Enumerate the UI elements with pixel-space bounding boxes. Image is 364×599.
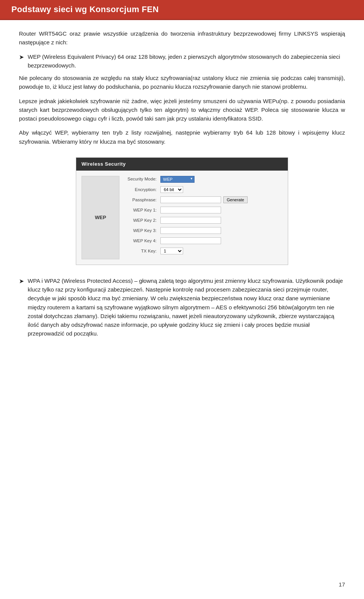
wep-key2-row: WEP Key 2:	[126, 217, 282, 224]
wep-key4-row: WEP Key 4:	[126, 237, 282, 244]
router-ui-left-panel: WEP	[82, 176, 119, 259]
page-header: Podstawy sieci wg Konsorcjum FEN	[0, 0, 364, 20]
intro-text: Router WRT54GC oraz prawie wszystkie urz…	[19, 30, 345, 45]
page-title: Podstawy sieci wg Konsorcjum FEN	[11, 5, 353, 14]
wep-key3-input[interactable]	[160, 227, 221, 234]
wep-key2-label: WEP Key 2:	[126, 217, 160, 224]
wep-description: Nie polecany do stosowania ze względu na…	[19, 74, 345, 91]
wep-instr-text: Aby włączyć WEP, wybieramy ten tryb z li…	[19, 129, 345, 144]
bullet-wpa: ➤ WPA i WPA2 (Wireless Protected Access)…	[19, 276, 345, 338]
encryption-label: Encryption:	[126, 187, 160, 193]
security-mode-select-wrap[interactable]: WEP	[160, 176, 195, 183]
tx-key-select[interactable]: 1 2 3 4	[160, 248, 183, 254]
bullet-wpa-text: WPA i WPA2 (Wireless Protected Access) –…	[28, 276, 345, 338]
security-mode-select[interactable]: WEP	[160, 176, 195, 183]
security-mode-row: Security Mode: WEP	[126, 176, 282, 183]
page-wrapper: Podstawy sieci wg Konsorcjum FEN Router …	[0, 0, 364, 599]
router-ui-box: Wireless Security WEP Security Mode: WEP	[76, 157, 288, 265]
encryption-select[interactable]: 64 bit 128 bit	[160, 186, 183, 193]
passphrase-label: Passphrase:	[126, 197, 160, 204]
tx-key-label: TX Key:	[126, 248, 160, 255]
generate-button[interactable]: Generate	[223, 196, 248, 203]
wep-key4-label: WEP Key 4:	[126, 238, 160, 245]
bullet-arrow-icon: ➤	[19, 53, 24, 62]
router-ui-container: Wireless Security WEP Security Mode: WEP	[19, 157, 345, 265]
wep-desc-text: Nie polecany do stosowania ze względu na…	[19, 75, 345, 90]
wep-key1-row: WEP Key 1:	[126, 207, 282, 213]
wep-rec-text: Lepsze jednak jakiekolwiek szyfrowanie n…	[19, 98, 345, 122]
wep-key3-label: WEP Key 3:	[126, 227, 160, 234]
wep-key2-input[interactable]	[160, 217, 221, 224]
passphrase-row: Passphrase: Generate	[126, 196, 282, 203]
wep-key4-input[interactable]	[160, 237, 221, 244]
wep-key1-input[interactable]	[160, 207, 221, 213]
wep-recommendation: Lepsze jednak jakiekolwiek szyfrowanie n…	[19, 97, 345, 123]
router-ui-title: Wireless Security	[76, 158, 288, 171]
bullet-wpa-arrow-icon: ➤	[19, 277, 24, 286]
wep-key3-row: WEP Key 3:	[126, 227, 282, 234]
bullet-wep: ➤ WEP (Wireless Equivalent Privacy) 64 o…	[19, 52, 345, 70]
wep-key1-label: WEP Key 1:	[126, 207, 160, 214]
wep-instructions: Aby włączyć WEP, wybieramy ten tryb z li…	[19, 128, 345, 146]
router-ui-body: WEP Security Mode: WEP	[76, 171, 288, 259]
bullet-wep-text: WEP (Wireless Equivalent Privacy) 64 ora…	[28, 52, 345, 70]
intro-paragraph: Router WRT54GC oraz prawie wszystkie urz…	[19, 29, 345, 47]
page-number: 17	[339, 581, 345, 588]
encryption-row: Encryption: 64 bit 128 bit	[126, 186, 282, 193]
tx-key-row: TX Key: 1 2 3 4	[126, 248, 282, 254]
passphrase-input[interactable]	[160, 196, 221, 203]
router-ui-right-panel: Security Mode: WEP Encryption: 64	[126, 176, 282, 259]
security-mode-label: Security Mode:	[126, 176, 160, 183]
page-content: Router WRT54GC oraz prawie wszystkie urz…	[0, 20, 364, 357]
